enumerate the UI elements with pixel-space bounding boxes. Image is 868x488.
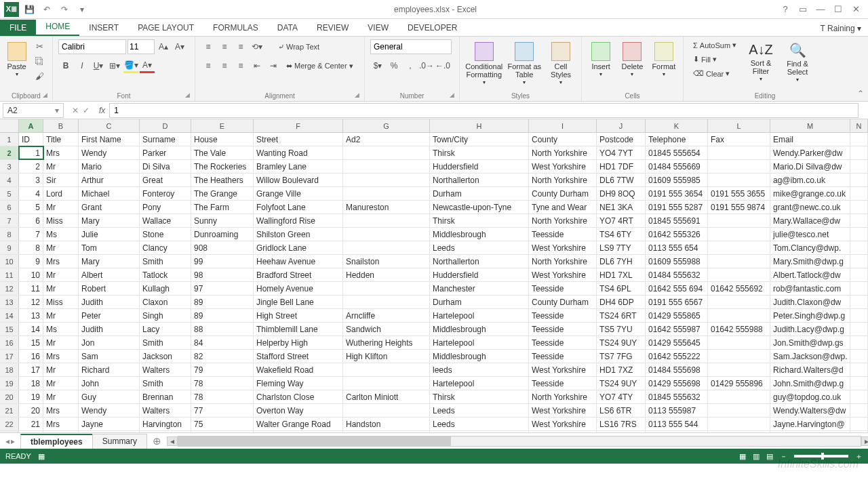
data-cell[interactable]: 4 [19, 187, 43, 200]
increase-decimal-icon[interactable]: .0→ [419, 58, 434, 73]
data-cell[interactable]: Wanting Road [254, 146, 343, 159]
data-cell[interactable]: Mr [43, 377, 79, 390]
data-cell[interactable]: Claxon [140, 296, 191, 308]
data-cell[interactable]: Leeds [430, 404, 529, 417]
format-as-table-button[interactable]: Format as Table▾ [507, 39, 542, 86]
column-header-D[interactable]: D [140, 119, 191, 132]
data-cell[interactable]: Singh [140, 309, 191, 322]
data-cell[interactable]: 01642 555988 [708, 323, 770, 336]
formula-bar-input[interactable] [109, 103, 859, 118]
data-cell[interactable]: 75 [191, 431, 254, 432]
file-tab[interactable]: FILE [0, 20, 36, 36]
data-cell[interactable]: Jackson [140, 350, 191, 363]
view-page-break-icon[interactable]: ▤ [766, 452, 773, 461]
percent-format-icon[interactable]: % [387, 58, 401, 73]
data-cell[interactable]: Jon.Smith@dwp.gs [770, 336, 850, 349]
data-cell[interactable]: 01484 555632 [646, 268, 708, 281]
data-cell[interactable] [850, 431, 868, 432]
data-cell[interactable]: Lord [43, 187, 79, 200]
wrap-text-button[interactable]: ⤶ Wrap Text [274, 41, 323, 53]
data-cell[interactable]: TS4 6PL [597, 282, 646, 295]
data-cell[interactable]: Middlesbrough [430, 350, 529, 363]
data-cell[interactable]: Hartelepool [430, 377, 529, 390]
data-cell[interactable] [850, 268, 868, 281]
data-cell[interactable]: 15 [19, 336, 43, 349]
data-cell[interactable] [850, 363, 868, 376]
data-cell[interactable]: TS7 7FG [597, 350, 646, 363]
increase-font-icon[interactable]: A▴ [156, 39, 171, 54]
data-cell[interactable]: 01609 555985 [646, 174, 708, 186]
data-cell[interactable]: Arncliffe [343, 309, 430, 322]
data-cell[interactable]: Newcastle-upon-Tyne [430, 431, 529, 432]
data-cell[interactable]: 1 [19, 146, 43, 159]
data-cell[interactable]: West Yorkshire [529, 363, 597, 376]
data-cell[interactable]: 88 [191, 323, 254, 336]
data-cell[interactable]: 01429 555698 [646, 377, 708, 390]
row-header[interactable]: 3 [0, 160, 19, 173]
data-cell[interactable] [343, 146, 430, 159]
data-cell[interactable]: 01429 555645 [646, 336, 708, 349]
data-cell[interactable]: Pony [140, 201, 191, 214]
data-cell[interactable]: High Klifton [343, 350, 430, 363]
increase-indent-icon[interactable]: ⇥ [266, 58, 281, 73]
data-cell[interactable]: Huddersfield [430, 268, 529, 281]
data-cell[interactable]: Mr [43, 268, 79, 281]
data-cell[interactable]: Sunny [191, 214, 254, 227]
row-header[interactable]: 15 [0, 323, 19, 336]
data-cell[interactable]: TS4 6TY [597, 228, 646, 241]
data-cell[interactable]: The Heathers [191, 174, 254, 186]
data-cell[interactable]: 0191 555 3698 [646, 431, 708, 432]
data-cell[interactable]: TS24 9UY [597, 336, 646, 349]
data-cell[interactable]: Smith [140, 336, 191, 349]
data-cell[interactable]: Mary.Wallace@dw [770, 214, 850, 227]
header-cell[interactable]: Town/City [430, 133, 529, 146]
clear-button[interactable]: ⌫ Clear ▾ [689, 68, 741, 79]
data-cell[interactable]: North Yorkshire [529, 255, 597, 268]
italic-button[interactable]: I [75, 58, 90, 73]
data-cell[interactable]: Sandwich [343, 323, 430, 336]
column-header-E[interactable]: E [191, 119, 254, 132]
data-cell[interactable]: LS6 6TR [597, 404, 646, 417]
find-select-button[interactable]: 🔍 Find & Select▾ [781, 39, 814, 83]
data-cell[interactable]: Mr [43, 282, 79, 295]
data-cell[interactable] [708, 241, 770, 254]
data-cell[interactable] [343, 377, 430, 390]
data-cell[interactable]: 82 [191, 350, 254, 363]
data-cell[interactable]: NE1 3WR [597, 431, 646, 432]
data-cell[interactable]: LS16 7RS [597, 418, 646, 430]
data-cell[interactable] [708, 404, 770, 417]
view-tab[interactable]: VIEW [358, 20, 398, 36]
column-header-F[interactable]: F [254, 119, 343, 132]
data-cell[interactable]: Albert [79, 268, 140, 281]
data-cell[interactable]: Walters [140, 363, 191, 376]
data-cell[interactable] [343, 160, 430, 173]
data-tab[interactable]: DATA [268, 20, 307, 36]
data-cell[interactable]: Robert [79, 282, 140, 295]
home-tab[interactable]: HOME [36, 18, 79, 36]
column-header-M[interactable]: M [770, 119, 850, 132]
data-cell[interactable]: Wendy [79, 146, 140, 159]
data-cell[interactable]: Mrs [43, 146, 79, 159]
data-cell[interactable]: Northallerton [430, 174, 529, 186]
merge-center-button[interactable]: ⬌ Merge & Center ▾ [282, 60, 357, 72]
data-cell[interactable] [850, 296, 868, 308]
data-cell[interactable]: Overton Way [254, 404, 343, 417]
data-cell[interactable]: Northallerton [430, 255, 529, 268]
account-menu[interactable]: T Raining ▾ [814, 21, 868, 36]
data-cell[interactable]: Mary [79, 255, 140, 268]
data-cell[interactable]: Jingle Bell Lane [254, 296, 343, 308]
align-bottom-icon[interactable]: ≡ [233, 39, 248, 54]
row-header[interactable]: 9 [0, 241, 19, 254]
data-cell[interactable]: Kullagh [140, 282, 191, 295]
data-cell[interactable]: France [140, 431, 191, 432]
data-cell[interactable]: Mrs [43, 404, 79, 417]
font-launcher-icon[interactable]: ◢ [185, 92, 193, 100]
format-cells-button[interactable]: Format▾ [650, 39, 677, 78]
data-cell[interactable] [850, 146, 868, 159]
data-cell[interactable]: Harvington [140, 418, 191, 430]
data-cell[interactable]: 0113 555 654 [646, 241, 708, 254]
number-launcher-icon[interactable]: ◢ [450, 92, 458, 100]
data-cell[interactable]: Mr [43, 309, 79, 322]
data-cell[interactable]: 0191 555 6567 [646, 296, 708, 308]
data-cell[interactable] [850, 282, 868, 295]
